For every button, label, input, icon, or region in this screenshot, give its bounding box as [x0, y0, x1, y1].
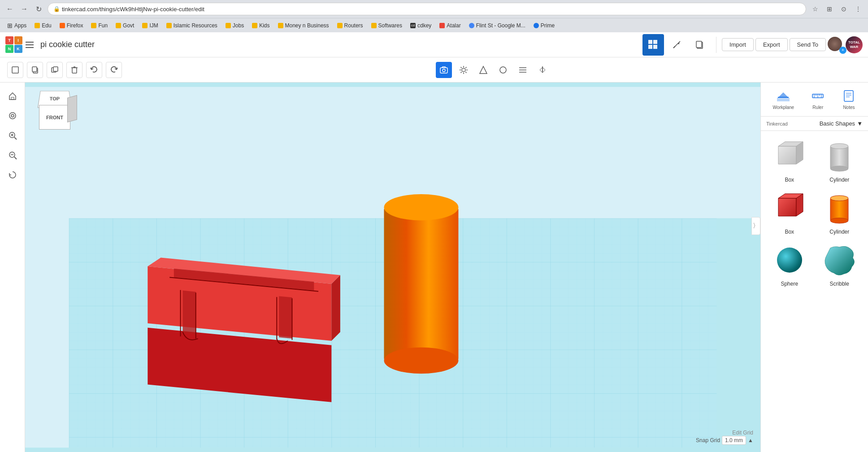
- svg-marker-35: [542, 67, 545, 73]
- undo-button[interactable]: [86, 62, 102, 78]
- total-war-avatar[interactable]: TOTALWAR: [846, 36, 863, 53]
- redo-button[interactable]: [106, 62, 122, 78]
- header-divider: [716, 37, 716, 53]
- tinkercad-logo[interactable]: T I N K: [5, 36, 22, 53]
- svg-point-29: [500, 67, 506, 73]
- box-gray-preview: [772, 138, 807, 174]
- notes-label: Notes: [843, 105, 855, 110]
- viewport-svg: [25, 83, 760, 452]
- trash-icon: [70, 66, 78, 74]
- new-button[interactable]: [7, 62, 23, 78]
- svg-point-20: [462, 68, 465, 72]
- pickaxe-icon: [672, 40, 681, 50]
- forward-button[interactable]: →: [18, 3, 30, 15]
- bookmark-routers[interactable]: Routers: [334, 22, 367, 30]
- bookmark-govt[interactable]: Govt: [112, 22, 138, 30]
- box-red-label: Box: [785, 229, 794, 235]
- refresh-button[interactable]: ↻: [32, 3, 45, 15]
- shape-cylinder-orange[interactable]: Cylinder: [818, 190, 861, 235]
- reset-view-button[interactable]: [4, 167, 21, 183]
- send-to-button[interactable]: Send To: [790, 38, 826, 51]
- workplane-label: Workplane: [773, 105, 794, 110]
- svg-rect-73: [830, 146, 848, 169]
- shape-sphere-teal[interactable]: Sphere: [768, 242, 811, 287]
- bookmark-apps[interactable]: ⊞ Apps: [4, 21, 30, 30]
- copy-button[interactable]: [27, 62, 43, 78]
- pickaxe-view-button[interactable]: [666, 34, 687, 56]
- bookmark-kids[interactable]: Kids: [248, 22, 273, 30]
- bookmark-kids-label: Kids: [259, 22, 269, 29]
- panel-expand-button[interactable]: 〉: [751, 217, 760, 235]
- svg-rect-79: [830, 198, 848, 221]
- svg-point-55: [384, 194, 458, 221]
- notes-button[interactable]: Notes: [838, 86, 859, 113]
- user-profile[interactable]: +: [828, 37, 844, 53]
- bookmark-edu[interactable]: Edu: [31, 22, 55, 30]
- bookmark-ijm[interactable]: IJM: [139, 22, 161, 30]
- redo-icon: [109, 65, 118, 74]
- profile-button[interactable]: ⊙: [838, 3, 850, 15]
- import-button[interactable]: Import: [722, 38, 754, 51]
- svg-marker-76: [778, 198, 796, 216]
- shape-scribble[interactable]: Scribble: [818, 242, 861, 287]
- bookmark-prime[interactable]: Prime: [530, 22, 558, 30]
- bookmark-flint-st-label: Flint St - Google M...: [476, 22, 525, 29]
- align-button[interactable]: [515, 62, 531, 78]
- copy-view-button[interactable]: [689, 34, 711, 56]
- snap-grid-arrow[interactable]: ▲: [748, 437, 753, 443]
- bookmark-cdkey[interactable]: cd cdkey: [407, 22, 435, 30]
- back-button[interactable]: ←: [4, 3, 16, 15]
- shapes-dropdown-button[interactable]: Basic Shapes ▼: [820, 120, 863, 127]
- shape-cylinder-gray[interactable]: Cylinder: [818, 138, 861, 183]
- tinkercad-label: Tinkercad: [766, 121, 788, 126]
- shape-box-gray[interactable]: Box: [768, 138, 811, 183]
- edit-grid-label[interactable]: Edit Grid: [732, 430, 753, 436]
- light-button[interactable]: [456, 62, 472, 78]
- delete-button[interactable]: [66, 62, 82, 78]
- circle-button[interactable]: [495, 62, 511, 78]
- logo-cell-i: I: [14, 36, 22, 44]
- svg-line-7: [673, 46, 675, 48]
- cube-front-label: FRONT: [46, 115, 63, 120]
- svg-rect-57: [778, 97, 789, 98]
- bookmark-fun[interactable]: Fun: [87, 22, 111, 30]
- workplane-button[interactable]: Workplane: [769, 86, 798, 113]
- duplicate-button[interactable]: [47, 62, 63, 78]
- header-menu-button[interactable]: [22, 38, 37, 52]
- orientation-cube[interactable]: TOP FRONT: [32, 90, 77, 143]
- bookmark-cdkey-label: cdkey: [417, 22, 431, 29]
- zoom-in-button[interactable]: [4, 127, 21, 143]
- home-button[interactable]: [4, 88, 21, 104]
- add-user-button[interactable]: +: [839, 47, 846, 54]
- panel-tools: Workplane Ruler: [761, 83, 868, 117]
- bookmark-flint-st[interactable]: Flint St - Google M...: [465, 22, 529, 30]
- cylinder-orange-preview: [821, 190, 857, 226]
- orange-cylinder[interactable]: [384, 194, 458, 374]
- zoom-out-button[interactable]: [4, 147, 21, 163]
- shape-button[interactable]: [475, 62, 491, 78]
- bookmark-firefox[interactable]: Firefox: [56, 22, 87, 30]
- browser-menu-button[interactable]: ⋮: [852, 3, 864, 15]
- bookmark-money-business[interactable]: Money n Business: [274, 22, 333, 30]
- bookmark-softwares[interactable]: Softwares: [368, 22, 406, 30]
- viewport[interactable]: TOP FRONT Edit Grid Snap Grid 1.0 mm ▲: [25, 83, 760, 452]
- bookmark-jobs[interactable]: Jobs: [222, 22, 247, 30]
- bookmark-atalar[interactable]: Atalar: [436, 22, 464, 30]
- address-bar[interactable]: 🔒 tinkercad.com/things/cWk9hHtljNw-pi-co…: [48, 3, 806, 15]
- snap-grid-value[interactable]: 1.0 mm: [722, 436, 746, 445]
- mirror-button[interactable]: [534, 62, 551, 78]
- svg-rect-2: [26, 47, 34, 48]
- export-button[interactable]: Export: [755, 38, 788, 51]
- ruler-button[interactable]: Ruler: [807, 86, 829, 113]
- grid-background: [25, 83, 760, 452]
- target-button[interactable]: [4, 108, 21, 124]
- bookmark-islamic-resources[interactable]: Islamic Resources: [163, 22, 221, 30]
- extensions-button[interactable]: ⊞: [823, 3, 836, 15]
- camera-button[interactable]: [436, 62, 452, 78]
- shape-box-red[interactable]: Box: [768, 190, 811, 235]
- svg-rect-6: [653, 45, 657, 49]
- bookmark-star-button[interactable]: ☆: [809, 3, 821, 15]
- svg-point-74: [830, 143, 848, 149]
- grid-view-button[interactable]: [642, 34, 664, 56]
- ruler-label: Ruler: [812, 105, 823, 110]
